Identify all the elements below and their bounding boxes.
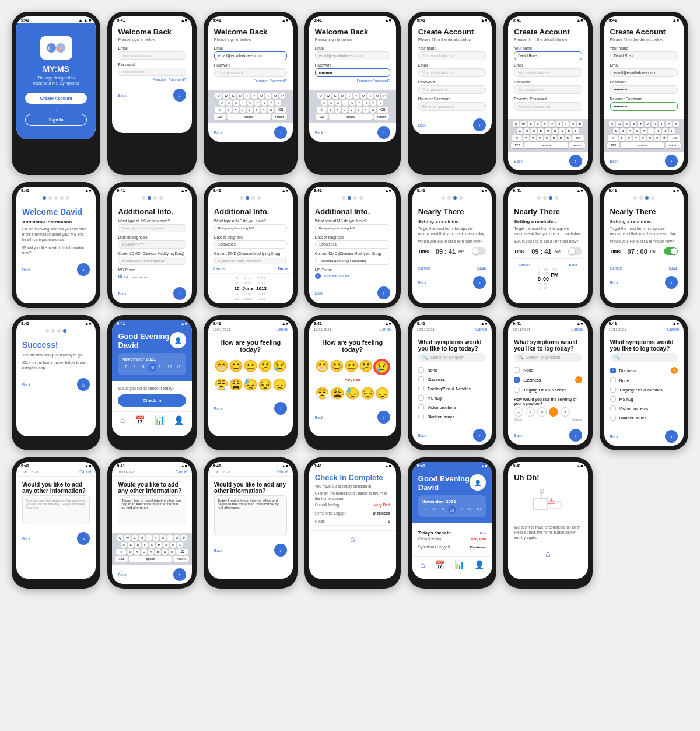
email-input[interactable]: Your email address bbox=[118, 51, 186, 60]
key-t[interactable]: T bbox=[244, 93, 250, 99]
back-link[interactable]: Back bbox=[610, 281, 618, 285]
key-m[interactable]: M bbox=[268, 107, 274, 113]
reenter-input[interactable]: •••••••••• bbox=[610, 102, 678, 111]
symptom-dizziness[interactable]: ✓ Dizziness 4 bbox=[610, 365, 678, 376]
sign-in-button[interactable]: Sign In bbox=[25, 114, 87, 126]
back-link[interactable]: Back bbox=[22, 268, 30, 272]
back-link[interactable]: Back bbox=[315, 291, 323, 295]
nav-chart-icon[interactable]: 📊 bbox=[454, 560, 464, 569]
symptom-mshug[interactable]: MS hug bbox=[610, 394, 678, 404]
key-x[interactable]: X bbox=[233, 107, 239, 113]
emoji-3[interactable]: 😐 bbox=[243, 359, 258, 373]
cancel-button[interactable]: Cancel bbox=[380, 327, 391, 331]
forgot-password-link[interactable]: Forgotten Password? bbox=[315, 79, 390, 82]
cancel-button[interactable]: Cancel bbox=[276, 470, 288, 474]
nav-calendar-icon[interactable]: 📅 bbox=[435, 560, 444, 569]
key-u[interactable]: U bbox=[258, 93, 264, 99]
symptom-search[interactable]: 🔍 Search for symptom bbox=[514, 353, 582, 362]
symptom-vision[interactable]: Vision problems bbox=[418, 403, 486, 412]
ms-type-select[interactable]: Relapsing/remitting MS bbox=[214, 224, 287, 232]
name-input[interactable]: David Ross bbox=[610, 51, 678, 60]
emoji-2[interactable]: 😊 bbox=[330, 359, 344, 375]
symptom-bladder[interactable]: Bladder Issues bbox=[610, 413, 678, 422]
checkbox-mshug[interactable] bbox=[418, 395, 424, 401]
back-link[interactable]: Back bbox=[214, 548, 222, 552]
key-o[interactable]: O bbox=[272, 93, 278, 99]
key-r[interactable]: R bbox=[237, 93, 243, 99]
password-input[interactable]: Your password bbox=[214, 68, 287, 77]
next-button[interactable]: › bbox=[473, 118, 486, 131]
reminder-toggle[interactable] bbox=[664, 247, 678, 255]
emoji-10[interactable]: 😞 bbox=[272, 377, 287, 391]
key-w[interactable]: W bbox=[223, 93, 229, 99]
emoji-6[interactable]: 😤 bbox=[315, 386, 330, 400]
next-button[interactable]: › bbox=[569, 429, 582, 442]
checkbox-vision[interactable] bbox=[610, 405, 616, 411]
emoji-10[interactable]: 😞 bbox=[375, 386, 390, 400]
sev-5[interactable]: 5 bbox=[561, 407, 570, 417]
key-q[interactable]: Q bbox=[215, 93, 221, 99]
key-123[interactable]: 123 bbox=[214, 114, 226, 120]
checkbox-tingling[interactable] bbox=[514, 387, 520, 393]
back-link[interactable]: Back bbox=[514, 433, 522, 438]
key-l[interactable]: L bbox=[275, 100, 281, 106]
key-space[interactable]: space bbox=[227, 114, 271, 120]
reminder-toggle[interactable] bbox=[472, 247, 486, 255]
emoji-4[interactable]: 😕 bbox=[359, 359, 373, 375]
email-input[interactable]: email@emailaddress.com bbox=[214, 51, 287, 60]
save-link[interactable]: Save bbox=[477, 266, 486, 270]
reenter-input[interactable]: Re-enter password bbox=[514, 102, 582, 111]
back-link[interactable]: Back bbox=[610, 159, 618, 163]
create-account-button[interactable]: Create Account bbox=[25, 93, 87, 104]
next-button[interactable]: › bbox=[173, 287, 186, 300]
symptom-tingling[interactable]: Tingling/Pins & Needles bbox=[610, 385, 678, 394]
checkin-button[interactable]: Check In bbox=[118, 394, 186, 407]
password-input[interactable]: •••••••••• bbox=[315, 68, 390, 77]
checkbox-bladder[interactable] bbox=[610, 415, 616, 421]
nav-home-icon[interactable]: ⌂ bbox=[420, 560, 425, 569]
symptom-none[interactable]: None bbox=[610, 376, 678, 385]
reenter-input[interactable]: Re-enter password bbox=[418, 102, 486, 111]
emoji-6[interactable]: 😤 bbox=[214, 377, 229, 391]
key-b[interactable]: B bbox=[254, 107, 260, 113]
next-button[interactable]: › bbox=[173, 568, 186, 581]
symptom-vision[interactable]: Vision problems bbox=[610, 404, 678, 413]
cancel-link[interactable]: Cancel bbox=[610, 266, 622, 270]
emoji-1[interactable]: 😁 bbox=[214, 359, 229, 373]
symptom-dizziness[interactable]: Dizziness bbox=[418, 375, 486, 384]
diagnosis-input[interactable]: 10/06/2013 bbox=[315, 240, 390, 249]
forgot-password-link[interactable]: Forgotten Password? bbox=[118, 78, 186, 81]
sev-2[interactable]: 2 bbox=[526, 407, 535, 417]
key-d[interactable]: D bbox=[233, 100, 239, 106]
emoji-9[interactable]: 😔 bbox=[258, 377, 272, 391]
back-link[interactable]: Back bbox=[418, 123, 426, 127]
key-f[interactable]: F bbox=[240, 100, 246, 106]
cancel-button[interactable]: Cancel bbox=[571, 327, 583, 331]
checkbox-none[interactable] bbox=[418, 367, 424, 373]
picker-cancel-btn[interactable]: Cancel bbox=[213, 267, 226, 271]
password-input[interactable]: Your password bbox=[514, 85, 582, 94]
key-j[interactable]: J bbox=[261, 100, 267, 106]
forgot-password-link[interactable]: Forgotten Password? bbox=[214, 79, 287, 82]
emoji-3[interactable]: 😐 bbox=[344, 359, 359, 375]
next-button[interactable]: › bbox=[274, 402, 287, 415]
back-link[interactable]: Back bbox=[22, 383, 30, 387]
keyboard[interactable]: QWERTYUIOP ASDFGHJKL ⇧ZXCVBNM⌫ 123spacer… bbox=[112, 533, 191, 565]
keyboard[interactable]: QWERTYUIOP ASDFGHJKL ⇧ZXCVBNM⌫ 123spacer… bbox=[508, 119, 587, 152]
key-g[interactable]: G bbox=[247, 100, 253, 106]
emoji-7[interactable]: 😩 bbox=[330, 386, 345, 400]
back-link[interactable]: Back bbox=[118, 573, 126, 577]
picker-save[interactable]: Save bbox=[569, 263, 578, 267]
notes-input[interactable]: Today I had to travel into the office an… bbox=[118, 495, 186, 524]
password-input[interactable]: Your password bbox=[118, 68, 186, 76]
back-link[interactable]: Back bbox=[118, 292, 126, 296]
symptom-tingling[interactable]: Tingling/Pins & Needles bbox=[514, 385, 582, 394]
cancel-button[interactable]: Cancel bbox=[475, 327, 487, 331]
back-link[interactable]: Back bbox=[214, 407, 222, 411]
cancel-button[interactable]: Cancel bbox=[667, 327, 679, 331]
password-input[interactable]: Your password bbox=[418, 85, 486, 94]
key-z[interactable]: Z bbox=[226, 107, 232, 113]
dmd-select[interactable]: Select DMD from dropdown bbox=[118, 257, 186, 265]
next-button[interactable]: › bbox=[77, 532, 90, 545]
key-k[interactable]: K bbox=[268, 100, 274, 106]
